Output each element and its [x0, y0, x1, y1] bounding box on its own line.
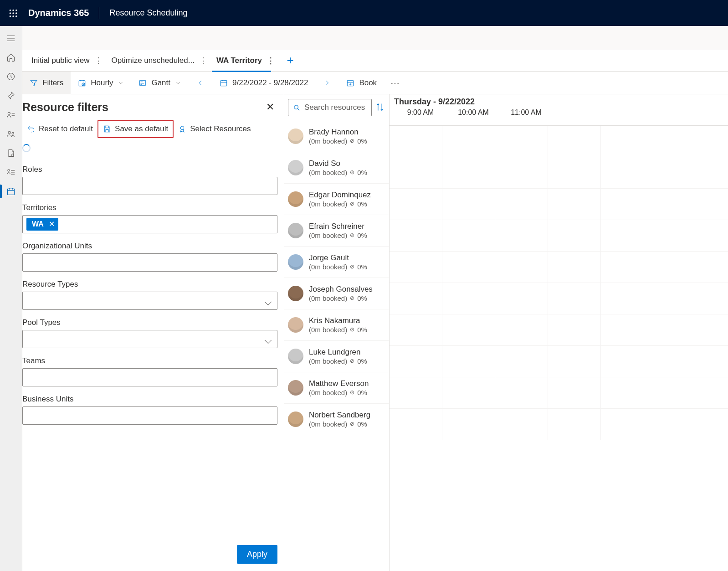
schedule-row[interactable] [390, 157, 728, 189]
schedule-cell[interactable] [495, 189, 548, 220]
resource-row[interactable]: Brady Hannon(0m booked) ⊘ 0% [284, 121, 389, 152]
app-launcher-icon[interactable] [5, 5, 22, 22]
document-icon[interactable] [0, 144, 22, 163]
save-default-button[interactable]: Save as default [97, 120, 174, 138]
pool-types-select[interactable] [22, 330, 277, 348]
schedule-cell[interactable] [548, 157, 601, 188]
date-range-button[interactable]: 9/22/2022 - 9/28/2022 [212, 72, 315, 94]
schedule-cell[interactable] [548, 283, 601, 314]
people-list-icon[interactable] [0, 105, 22, 124]
schedule-cell[interactable] [495, 252, 548, 283]
schedule-cell[interactable] [390, 377, 442, 408]
timescale-dropdown[interactable]: Hourly [71, 72, 131, 94]
pinned-icon[interactable] [0, 86, 22, 105]
tab-initial-public-view[interactable]: Initial public view ⋮ [27, 50, 107, 72]
schedule-cell[interactable] [548, 346, 601, 377]
resource-row[interactable]: David So(0m booked) ⊘ 0% [284, 152, 389, 184]
schedule-row[interactable] [390, 126, 728, 157]
org-units-input[interactable] [22, 253, 277, 272]
schedule-cell[interactable] [548, 189, 601, 220]
home-icon[interactable] [0, 48, 22, 67]
schedule-cell[interactable] [495, 126, 548, 157]
schedule-row[interactable] [390, 220, 728, 252]
schedule-cell[interactable] [495, 314, 548, 345]
schedule-cell[interactable] [390, 283, 442, 314]
resource-row[interactable]: Efrain Schreiner(0m booked) ⊘ 0% [284, 215, 389, 247]
resource-row[interactable]: Joseph Gonsalves(0m booked) ⊘ 0% [284, 278, 389, 309]
business-units-input[interactable] [22, 406, 277, 425]
resource-types-select[interactable] [22, 292, 277, 310]
reset-default-button[interactable]: Reset to default [22, 121, 97, 137]
area-name[interactable]: Resource Scheduling [109, 8, 187, 18]
resource-row[interactable]: Kris Nakamura(0m booked) ⊘ 0% [284, 309, 389, 341]
nav-toggle-icon[interactable] [0, 29, 22, 48]
teams-input[interactable] [22, 368, 277, 386]
schedule-cell[interactable] [390, 189, 442, 220]
schedule-cell[interactable] [548, 314, 601, 345]
schedule-row[interactable] [390, 314, 728, 346]
schedule-cell[interactable] [548, 252, 601, 283]
search-resources-input[interactable]: Search resources [288, 99, 372, 116]
schedule-row[interactable] [390, 252, 728, 283]
recent-icon[interactable] [0, 67, 22, 86]
schedule-cell[interactable] [442, 409, 495, 440]
schedule-cell[interactable] [442, 189, 495, 220]
schedule-cell[interactable] [548, 220, 601, 251]
schedule-cell[interactable] [548, 126, 601, 157]
resource-row[interactable]: Norbert Sandberg(0m booked) ⊘ 0% [284, 404, 389, 435]
tab-menu-icon[interactable]: ⋮ [267, 57, 275, 65]
schedule-cell[interactable] [495, 220, 548, 251]
schedule-row[interactable] [390, 377, 728, 409]
schedule-cell[interactable] [442, 346, 495, 377]
schedule-row[interactable] [390, 283, 728, 314]
list-person-icon[interactable] [0, 163, 22, 182]
schedule-cell[interactable] [390, 252, 442, 283]
close-panel-button[interactable]: ✕ [263, 100, 277, 114]
schedule-cell[interactable] [495, 409, 548, 440]
sort-button[interactable] [375, 103, 385, 113]
people-icon[interactable] [0, 124, 22, 144]
schedule-cell[interactable] [495, 346, 548, 377]
schedule-board-icon[interactable] [0, 182, 22, 201]
schedule-grid[interactable] [390, 126, 728, 571]
add-tab-button[interactable]: + [282, 53, 298, 67]
schedule-cell[interactable] [390, 346, 442, 377]
schedule-cell[interactable] [442, 220, 495, 251]
schedule-cell[interactable] [548, 377, 601, 408]
prev-range-button[interactable] [189, 72, 212, 94]
schedule-cell[interactable] [442, 283, 495, 314]
filters-button[interactable]: Filters [22, 72, 71, 94]
chip-remove-button[interactable]: ✕ [49, 220, 55, 228]
territories-input[interactable]: WA ✕ [22, 215, 277, 233]
tab-wa-territory[interactable]: WA Territory ⋮ [212, 50, 279, 72]
schedule-cell[interactable] [548, 409, 601, 440]
schedule-cell[interactable] [442, 314, 495, 345]
tab-menu-icon[interactable]: ⋮ [94, 57, 103, 65]
schedule-cell[interactable] [442, 377, 495, 408]
schedule-cell[interactable] [390, 126, 442, 157]
schedule-cell[interactable] [442, 252, 495, 283]
tab-menu-icon[interactable]: ⋮ [199, 57, 207, 65]
brand-name[interactable]: Dynamics 365 [28, 8, 89, 18]
resource-row[interactable]: Matthew Everson(0m booked) ⊘ 0% [284, 372, 389, 404]
select-resources-button[interactable]: Select Resources [174, 121, 255, 137]
schedule-cell[interactable] [442, 157, 495, 188]
schedule-cell[interactable] [390, 314, 442, 345]
schedule-row[interactable] [390, 189, 728, 220]
next-range-button[interactable] [315, 72, 339, 94]
schedule-row[interactable] [390, 409, 728, 440]
schedule-cell[interactable] [390, 157, 442, 188]
roles-input[interactable] [22, 177, 277, 195]
schedule-cell[interactable] [495, 157, 548, 188]
schedule-cell[interactable] [442, 126, 495, 157]
resource-row[interactable]: Luke Lundgren(0m booked) ⊘ 0% [284, 341, 389, 372]
view-dropdown[interactable]: Gantt [131, 72, 189, 94]
more-actions-button[interactable]: ⋯ [384, 72, 406, 94]
resource-row[interactable]: Edgar Dominquez(0m booked) ⊘ 0% [284, 184, 389, 215]
schedule-cell[interactable] [390, 220, 442, 251]
tab-optimize-unscheduled[interactable]: Optimize unscheduled... ⋮ [107, 50, 212, 72]
resource-row[interactable]: Jorge Gault(0m booked) ⊘ 0% [284, 247, 389, 278]
schedule-cell[interactable] [390, 409, 442, 440]
apply-button[interactable]: Apply [237, 545, 277, 564]
schedule-row[interactable] [390, 346, 728, 377]
